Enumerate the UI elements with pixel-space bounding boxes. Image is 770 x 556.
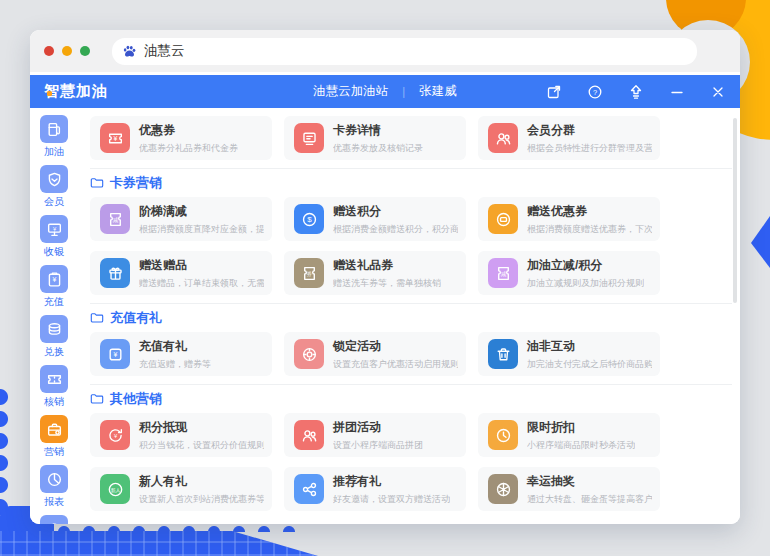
card-description: 设置小程序端商品拼团 [333,439,423,452]
card-gift-item[interactable]: 赠送赠品赠送赠品，订单结束领取，无需核销 [90,251,272,295]
logo-accent-dot [47,91,52,96]
card-lock-activity[interactable]: 锁定活动设置充值客户优惠活动启用规则 [284,332,466,376]
svg-text:新人: 新人 [110,486,120,492]
card-description: 根据消费金额赠送积分，积分商城可应用 [333,223,458,236]
report-chart-icon [40,465,68,493]
card-lucky-draw[interactable]: 幸运抽奖通过大转盘、砸金蛋等提高客户粘性 [478,467,660,511]
card-title: 锁定活动 [333,338,458,355]
card-title: 赠送积分 [333,203,458,220]
section-header-3: 其他营销 [90,385,740,413]
sidebar-item-settings[interactable]: 设置 [30,513,78,524]
card-card-detail[interactable]: 卡券详情优惠券发放及核销记录 [284,116,466,160]
close-traffic-light[interactable] [44,46,54,56]
card-title: 卡券详情 [333,122,423,139]
station-name: 油慧云加油站 [313,83,388,100]
member-badge-icon [40,165,68,193]
svg-text:¥: ¥ [113,351,117,358]
sidebar-item-marketing[interactable]: 营销 [30,413,78,461]
card-description: 根据消费额度赠送优惠券，下次使用 [527,223,652,236]
cashier-monitor-icon: ¥ [40,215,68,243]
card-description: 通过大转盘、砸金蛋等提高客户粘性 [527,493,652,506]
scrollbar-thumb[interactable] [733,118,737,303]
header-center: 油慧云加油站 ｜ 张建威 [313,83,456,100]
svg-text:¥: ¥ [52,225,56,231]
sidebar-item-verify[interactable]: 核销 [30,363,78,411]
app-header: 智慧加油 油慧云加油站 ｜ 张建威 ? [30,75,740,108]
sidebar-item-label: 加油 [44,145,64,159]
group-buy-icon [294,420,324,450]
card-description: 根据消费额度直降对应金额，提高加满率 [139,223,264,236]
sidebar-item-exchange[interactable]: 兑换 [30,313,78,361]
sidebar-item-label: 报表 [44,495,64,509]
card-description: 赠送赠品，订单结束领取，无需核销 [139,277,264,290]
card-title: 优惠券 [139,122,238,139]
coin-dollar-icon: $ [294,204,324,234]
folder-icon [90,392,104,406]
minimize-icon[interactable] [669,84,685,100]
sidebar-item-report[interactable]: 报表 [30,463,78,511]
plaid-corner-decoration [0,531,318,556]
external-link-icon[interactable] [546,84,562,100]
card-title: 会员分群 [527,122,652,139]
card-gift-points[interactable]: $赠送积分根据消费金额赠送积分，积分商城可应用 [284,197,466,241]
minimize-traffic-light[interactable] [62,46,72,56]
url-bar[interactable]: 油慧云 [112,38,697,65]
help-icon[interactable]: ? [587,84,603,100]
card-title: 充值有礼 [139,338,211,355]
member-group-icon [488,123,518,153]
close-icon[interactable] [710,84,726,100]
card-oil-interact[interactable]: 油非互动加完油支付完成之后特价商品购买权 [478,332,660,376]
card-description: 好友邀请，设置双方赠送活动 [333,493,450,506]
sidebar-item-cashier[interactable]: ¥收银 [30,213,78,261]
card-referral-gift[interactable]: 推荐有礼好友邀请，设置双方赠送活动 [284,467,466,511]
card-description: 根据会员特性进行分群管理及营销 [527,142,652,155]
card-fuel-discount[interactable]: 减加油立减/积分加油立减规则及加油积分规则 [478,251,660,295]
app-body: 加油会员¥收银¥充值兑换核销营销报表设置 ¥优惠券优惠券分礼品券和代金券卡券详情… [30,108,740,524]
card-newcomer-gift[interactable]: 新人新人有礼设置新人首次到站消费优惠券等 [90,467,272,511]
section-cards-row: ¥积分抵现积分当钱花，设置积分价值规则拼团活动设置小程序端商品拼团限时折扣小程序… [90,413,660,511]
card-title: 赠送赠品 [139,257,264,274]
card-title: 限时折扣 [527,419,635,436]
card-ladder-discount[interactable]: 减阶梯满减根据消费额度直降对应金额，提高加满率 [90,197,272,241]
traffic-lights [44,46,90,56]
section-title: 充值有礼 [110,309,162,327]
ticket-reduce-icon: 减 [488,258,518,288]
coupon-circle-icon [488,204,518,234]
card-gift-coupon[interactable]: 赠送优惠券根据消费额度赠送优惠券，下次使用 [478,197,660,241]
special-goods-icon [488,339,518,369]
folder-icon [90,176,104,190]
svg-text:$: $ [307,215,312,224]
upgrade-icon[interactable] [628,84,644,100]
gift-box-icon [100,258,130,288]
card-description: 优惠券发放及核销记录 [333,142,423,155]
card-coupon[interactable]: ¥优惠券优惠券分礼品券和代金券 [90,116,272,160]
sidebar-item-member[interactable]: 会员 [30,163,78,211]
card-points-cash[interactable]: ¥积分抵现积分当钱花，设置积分价值规则 [90,413,272,457]
sidebar-item-refuel[interactable]: 加油 [30,113,78,161]
settings-gear-icon [40,515,68,524]
card-member-group[interactable]: 会员分群根据会员特性进行分群管理及营销 [478,116,660,160]
header-divider: ｜ [398,84,409,99]
card-recharge-gift[interactable]: ¥充值有礼充值返赠，赠券等 [90,332,272,376]
points-refresh-icon: ¥ [100,420,130,450]
recharge-clipboard-icon: ¥ [40,265,68,293]
sidebar-item-label: 会员 [44,195,64,209]
section-title: 其他营销 [110,390,162,408]
url-text: 油慧云 [144,42,185,60]
card-gift-ticket[interactable]: 券赠送礼品券赠送洗车券等，需单独核销 [284,251,466,295]
card-group-buy[interactable]: 拼团活动设置小程序端商品拼团 [284,413,466,457]
section-header-1: 卡券营销 [90,169,740,197]
sidebar-item-recharge[interactable]: ¥充值 [30,263,78,311]
target-icon [294,339,324,369]
sidebar-item-label: 收银 [44,245,64,259]
coupon-ticket-icon: ¥ [100,123,130,153]
zoom-traffic-light[interactable] [80,46,90,56]
top-cards-row: ¥优惠券优惠券分礼品券和代金券卡券详情优惠券发放及核销记录会员分群根据会员特性进… [90,116,660,160]
card-description: 加油立减规则及加油积分规则 [527,277,644,290]
section-title: 卡券营销 [110,174,162,192]
wheel-icon [488,474,518,504]
card-time-discount[interactable]: 限时折扣小程序端商品限时秒杀活动 [478,413,660,457]
card-title: 新人有礼 [139,473,264,490]
sidebar: 加油会员¥收银¥充值兑换核销营销报表设置 [30,108,78,524]
card-title: 推荐有礼 [333,473,450,490]
